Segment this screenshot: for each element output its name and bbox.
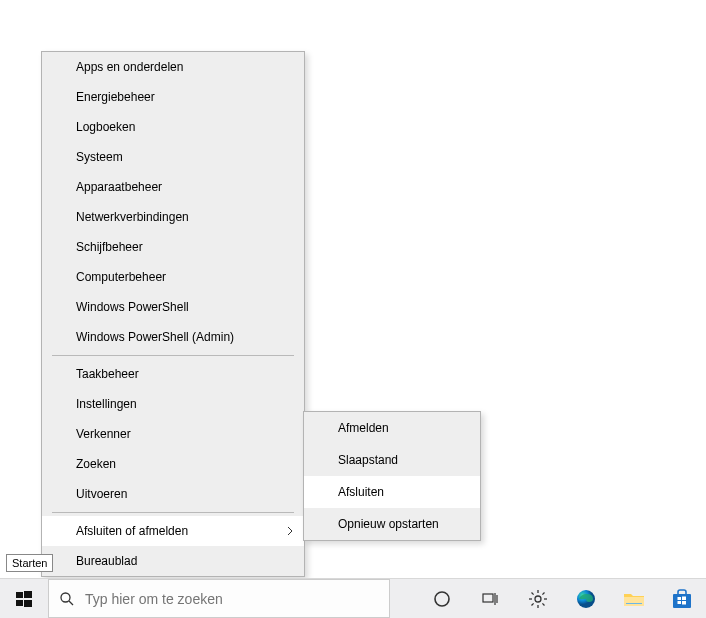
svg-line-15 [532, 592, 534, 594]
svg-point-6 [435, 592, 449, 606]
submenu-item-restart[interactable]: Opnieuw opstarten [304, 508, 480, 540]
menu-item-desktop[interactable]: Bureaublad [42, 546, 304, 576]
start-button[interactable] [0, 579, 48, 618]
task-view-icon [481, 590, 499, 608]
taskbar [0, 578, 706, 618]
taskbar-search-box[interactable] [48, 579, 390, 618]
svg-line-5 [69, 601, 73, 605]
menu-label: Zoeken [76, 457, 116, 471]
taskbar-pinned-icons [418, 579, 706, 618]
menu-label: Taakbeheer [76, 367, 139, 381]
svg-point-10 [535, 596, 541, 602]
menu-item-network[interactable]: Netwerkverbindingen [42, 202, 304, 232]
svg-point-4 [61, 593, 70, 602]
menu-label: Slaapstand [338, 453, 398, 467]
menu-item-powershell[interactable]: Windows PowerShell [42, 292, 304, 322]
svg-rect-0 [16, 592, 23, 598]
menu-label: Apparaatbeheer [76, 180, 162, 194]
taskbar-edge-button[interactable] [562, 579, 610, 618]
menu-item-settings[interactable]: Instellingen [42, 389, 304, 419]
svg-line-17 [532, 603, 534, 605]
winx-context-menu: Apps en onderdelen Energiebeheer Logboek… [41, 51, 305, 577]
menu-item-run[interactable]: Uitvoeren [42, 479, 304, 509]
menu-label: Instellingen [76, 397, 137, 411]
menu-label: Computerbeheer [76, 270, 166, 284]
search-input[interactable] [85, 591, 389, 607]
submenu-item-shutdown[interactable]: Afsluiten [304, 476, 480, 508]
svg-rect-20 [624, 597, 644, 606]
edge-icon [575, 588, 597, 610]
menu-item-disk-mgmt[interactable]: Schijfbeheer [42, 232, 304, 262]
menu-separator [52, 512, 294, 513]
menu-item-system[interactable]: Systeem [42, 142, 304, 172]
menu-label: Afsluiten [338, 485, 384, 499]
menu-label: Schijfbeheer [76, 240, 143, 254]
svg-rect-3 [24, 600, 32, 607]
menu-label: Apps en onderdelen [76, 60, 183, 74]
shutdown-submenu: Afmelden Slaapstand Afsluiten Opnieuw op… [303, 411, 481, 541]
submenu-item-sleep[interactable]: Slaapstand [304, 444, 480, 476]
svg-rect-26 [682, 601, 686, 605]
menu-label: Netwerkverbindingen [76, 210, 189, 224]
folder-icon [623, 589, 645, 609]
menu-label: Verkenner [76, 427, 131, 441]
menu-label: Opnieuw opstarten [338, 517, 439, 531]
taskbar-settings-button[interactable] [514, 579, 562, 618]
svg-rect-21 [626, 603, 642, 604]
menu-label: Logboeken [76, 120, 135, 134]
menu-label: Windows PowerShell [76, 300, 189, 314]
menu-label: Windows PowerShell (Admin) [76, 330, 234, 344]
gear-icon [528, 589, 548, 609]
menu-item-task-manager[interactable]: Taakbeheer [42, 359, 304, 389]
menu-item-computer-mgmt[interactable]: Computerbeheer [42, 262, 304, 292]
svg-line-18 [542, 592, 544, 594]
cortana-button[interactable] [418, 579, 466, 618]
menu-label: Uitvoeren [76, 487, 127, 501]
svg-rect-23 [678, 597, 682, 600]
search-icon [49, 591, 85, 607]
menu-label: Systeem [76, 150, 123, 164]
menu-item-device-manager[interactable]: Apparaatbeheer [42, 172, 304, 202]
submenu-item-signout[interactable]: Afmelden [304, 412, 480, 444]
svg-rect-7 [483, 594, 493, 602]
menu-item-search[interactable]: Zoeken [42, 449, 304, 479]
menu-item-power-options[interactable]: Energiebeheer [42, 82, 304, 112]
windows-logo-icon [16, 591, 32, 607]
start-tooltip: Starten [6, 554, 53, 572]
menu-label: Bureaublad [76, 554, 137, 568]
svg-rect-24 [682, 596, 686, 600]
taskbar-store-button[interactable] [658, 579, 706, 618]
svg-rect-25 [678, 601, 682, 604]
menu-label: Afmelden [338, 421, 389, 435]
cortana-icon [433, 590, 451, 608]
tooltip-text: Starten [12, 557, 47, 569]
chevron-right-icon [286, 526, 294, 536]
menu-label: Energiebeheer [76, 90, 155, 104]
menu-separator [52, 355, 294, 356]
menu-item-apps[interactable]: Apps en onderdelen [42, 52, 304, 82]
svg-rect-2 [16, 600, 23, 606]
menu-item-explorer[interactable]: Verkenner [42, 419, 304, 449]
svg-line-16 [542, 603, 544, 605]
menu-label: Afsluiten of afmelden [76, 524, 188, 538]
svg-rect-1 [24, 591, 32, 598]
menu-item-powershell-admin[interactable]: Windows PowerShell (Admin) [42, 322, 304, 352]
task-view-button[interactable] [466, 579, 514, 618]
store-icon [671, 588, 693, 610]
menu-item-event-viewer[interactable]: Logboeken [42, 112, 304, 142]
taskbar-file-explorer-button[interactable] [610, 579, 658, 618]
menu-item-shutdown-submenu[interactable]: Afsluiten of afmelden [42, 516, 304, 546]
